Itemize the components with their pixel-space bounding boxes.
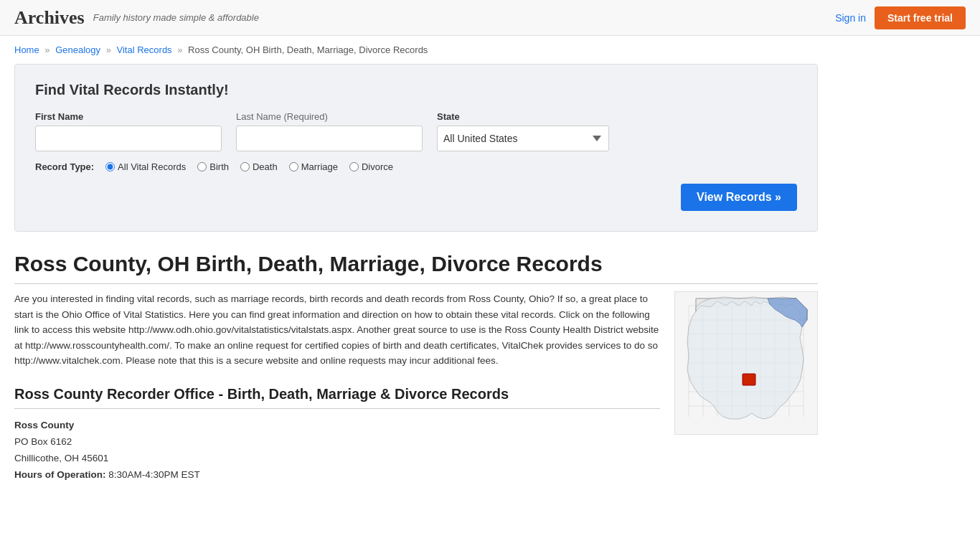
state-group: State All United States: [437, 111, 609, 151]
radio-birth[interactable]: Birth: [197, 161, 229, 172]
radio-death-input[interactable]: [240, 162, 250, 171]
header-right: Sign in Start free trial: [835, 6, 966, 29]
search-box: Find Vital Records Instantly! First Name…: [14, 64, 818, 232]
sign-in-link[interactable]: Sign in: [835, 12, 866, 24]
form-row-inputs: First Name Last Name (Required) State Al…: [35, 111, 797, 151]
ohio-state-map: [674, 291, 818, 435]
first-name-input[interactable]: [35, 126, 222, 151]
radio-all-input[interactable]: [105, 162, 115, 171]
first-name-label: First Name: [35, 111, 222, 122]
ohio-map: [674, 291, 818, 435]
first-name-group: First Name: [35, 111, 222, 151]
radio-marriage-input[interactable]: [289, 162, 298, 171]
svg-rect-18: [743, 374, 755, 385]
last-name-group: Last Name (Required): [236, 111, 423, 151]
radio-divorce-input[interactable]: [349, 162, 359, 171]
office-name: Ross County: [14, 420, 74, 430]
breadcrumb-sep-2: »: [106, 44, 111, 55]
breadcrumb-home[interactable]: Home: [14, 44, 39, 55]
header: Archives Family history made simple & af…: [0, 0, 980, 36]
breadcrumb-vital-records[interactable]: Vital Records: [117, 44, 172, 55]
breadcrumb-genealogy[interactable]: Genealogy: [55, 44, 100, 55]
page-title: Ross County, OH Birth, Death, Marriage, …: [14, 252, 818, 284]
radio-marriage[interactable]: Marriage: [289, 161, 338, 172]
section-title: Ross County Recorder Office - Birth, Dea…: [14, 386, 660, 409]
breadcrumb-sep-1: »: [44, 44, 50, 55]
main-content: Find Vital Records Instantly! First Name…: [0, 64, 832, 505]
breadcrumb: Home » Genealogy » Vital Records » Ross …: [0, 36, 980, 64]
hours-label: Hours of Operation:: [14, 469, 106, 480]
content-text: Are you interested in finding vital reco…: [14, 291, 660, 484]
last-name-input[interactable]: [236, 126, 423, 151]
radio-death[interactable]: Death: [240, 161, 278, 172]
logo-tagline: Family history made simple & affordable: [93, 12, 259, 23]
breadcrumb-sep-3: »: [177, 44, 182, 55]
record-type-row: Record Type: All Vital Records Birth Dea…: [35, 161, 797, 172]
address-block: Ross County PO Box 6162 Chillicothe, OH …: [14, 418, 660, 484]
state-select[interactable]: All United States: [437, 126, 609, 151]
radio-divorce[interactable]: Divorce: [349, 161, 393, 172]
logo: Archives: [14, 7, 85, 29]
content-area: Are you interested in finding vital reco…: [14, 291, 818, 484]
header-left: Archives Family history made simple & af…: [14, 7, 259, 29]
address-line2: Chillicothe, OH 45601: [14, 453, 108, 463]
view-records-button[interactable]: View Records »: [681, 184, 797, 211]
state-label: State: [437, 111, 609, 122]
last-name-label: Last Name (Required): [236, 111, 423, 122]
breadcrumb-current: Ross County, OH Birth, Death, Marriage, …: [188, 44, 428, 55]
hours-value-text: 8:30AM-4:30PM EST: [108, 469, 200, 480]
radio-all-vital-records[interactable]: All Vital Records: [105, 161, 186, 172]
start-trial-button[interactable]: Start free trial: [875, 6, 966, 29]
search-title: Find Vital Records Instantly!: [35, 82, 797, 98]
radio-birth-input[interactable]: [197, 162, 207, 171]
record-type-label: Record Type:: [35, 161, 94, 172]
address-line1: PO Box 6162: [14, 436, 72, 447]
description-paragraph: Are you interested in finding vital reco…: [14, 291, 660, 369]
